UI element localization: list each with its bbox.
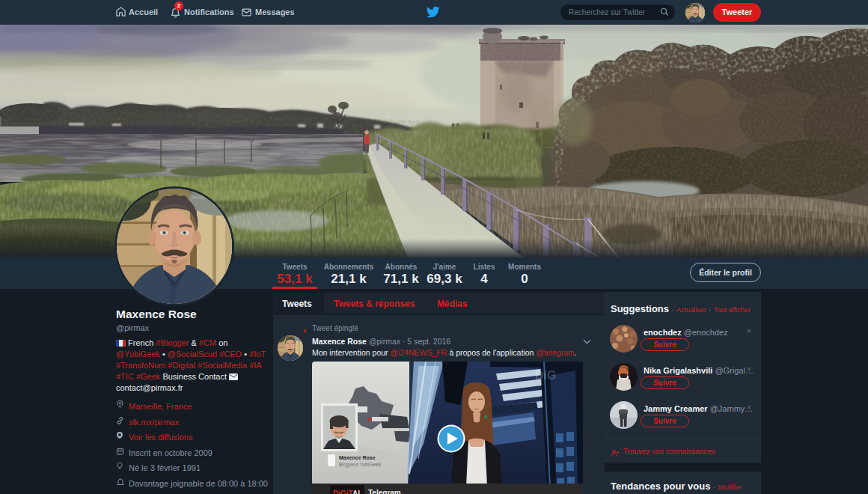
svg-text:Blogueur YubiGeek: Blogueur YubiGeek — [339, 462, 382, 468]
svg-text:DiG: DiG — [535, 369, 556, 382]
svg-text:DiGiTAL: DiGiTAL — [333, 490, 362, 494]
svg-text:Telegram: Telegram — [368, 489, 401, 494]
svg-text:Maxence Rose: Maxence Rose — [339, 455, 376, 460]
